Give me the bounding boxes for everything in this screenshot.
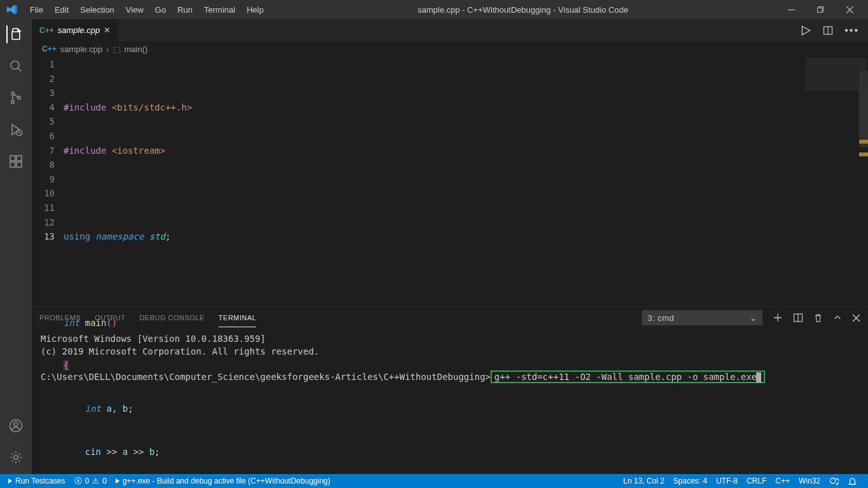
tab-label: sample.cpp	[58, 25, 100, 35]
minimap[interactable]	[792, 57, 868, 306]
menu-edit[interactable]: Edit	[49, 3, 74, 17]
svg-rect-9	[10, 162, 15, 167]
play-icon	[8, 478, 12, 484]
svg-rect-10	[17, 162, 22, 167]
window-close-icon[interactable]	[835, 0, 864, 19]
svg-point-14	[14, 456, 18, 459]
search-icon[interactable]	[7, 57, 25, 75]
symbol-method-icon: ⬚	[113, 44, 121, 54]
svg-point-13	[14, 422, 18, 426]
menu-run[interactable]: Run	[172, 3, 198, 17]
editor[interactable]: 1 2 3 4 5 6 7 8 9 10 11 12 13 #include <…	[32, 57, 868, 306]
cpp-file-icon: C++	[42, 44, 57, 53]
svg-rect-2	[817, 8, 822, 12]
menu-help[interactable]: Help	[241, 3, 269, 17]
settings-gear-icon[interactable]	[7, 449, 25, 466]
vscode-logo-icon	[6, 4, 18, 15]
workbench: C++ sample.cpp ✕ ••• C++ sample.cpp › ⬚ …	[0, 19, 868, 474]
run-testcases-button[interactable]: Run Testcases	[4, 474, 70, 488]
breadcrumb-symbol[interactable]: main()	[125, 44, 148, 54]
svg-point-3	[11, 61, 19, 69]
cpp-file-icon: C++	[39, 26, 54, 35]
breadcrumb-file[interactable]: sample.cpp	[60, 44, 102, 54]
menu-file[interactable]: File	[24, 3, 49, 17]
window-maximize-icon[interactable]	[806, 0, 835, 19]
split-editor-icon[interactable]	[823, 25, 833, 36]
source-control-icon[interactable]	[7, 89, 25, 107]
title-bar: File Edit Selection View Go Run Terminal…	[0, 0, 868, 19]
tab-sample-cpp[interactable]: C++ sample.cpp ✕	[32, 19, 118, 41]
code-content[interactable]: #include <bits/stdc++.h> #include <iostr…	[64, 57, 868, 306]
window-minimize-icon[interactable]	[776, 0, 806, 19]
menu-selection[interactable]: Selection	[74, 3, 119, 17]
menu-view[interactable]: View	[120, 3, 149, 17]
svg-rect-0	[788, 10, 795, 10]
menu-bar: File Edit Selection View Go Run Terminal…	[24, 3, 269, 17]
editor-tabs: C++ sample.cpp ✕ •••	[32, 19, 868, 41]
more-actions-icon[interactable]: •••	[844, 25, 859, 36]
editor-area: C++ sample.cpp ✕ ••• C++ sample.cpp › ⬚ …	[32, 19, 868, 474]
explorer-icon[interactable]	[6, 25, 24, 43]
breadcrumb[interactable]: C++ sample.cpp › ⬚ main()	[32, 41, 868, 57]
account-icon[interactable]	[7, 417, 25, 435]
activity-bar	[0, 19, 32, 474]
menu-terminal[interactable]: Terminal	[198, 3, 241, 17]
run-debug-icon[interactable]	[7, 121, 25, 139]
run-code-icon[interactable]	[800, 25, 811, 36]
svg-point-5	[11, 101, 15, 104]
tab-close-icon[interactable]: ✕	[104, 25, 111, 35]
window-title: sample.cpp - C++WithoutDebugging - Visua…	[269, 5, 776, 15]
line-number-gutter: 1 2 3 4 5 6 7 8 9 10 11 12 13	[32, 57, 64, 306]
svg-rect-8	[10, 156, 15, 161]
svg-rect-11	[17, 156, 22, 161]
menu-go[interactable]: Go	[149, 3, 172, 17]
extensions-icon[interactable]	[7, 152, 25, 170]
chevron-right-icon: ›	[106, 44, 109, 54]
